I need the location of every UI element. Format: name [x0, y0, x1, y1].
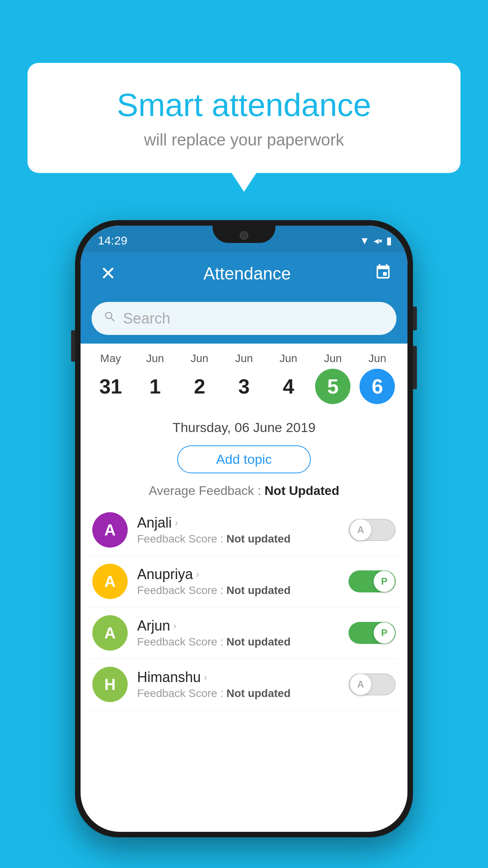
- notch: [213, 226, 275, 243]
- bubble-title: Smart attendance: [59, 86, 429, 123]
- calendar-day[interactable]: May31: [93, 352, 128, 404]
- status-icons: ▼ ◂▪ ▮: [360, 235, 392, 247]
- status-time: 14:29: [98, 234, 127, 247]
- toggle-knob: A: [350, 519, 371, 541]
- cal-day-number: 3: [226, 369, 262, 404]
- phone-screen: 14:29 ▼ ◂▪ ▮ ✕ Attendance: [81, 226, 407, 832]
- power-button: [413, 307, 417, 330]
- app-top-bar: ✕ Attendance: [81, 252, 407, 295]
- search-box[interactable]: Search: [92, 302, 396, 335]
- battery-icon: ▮: [386, 235, 392, 247]
- search-placeholder: Search: [123, 310, 170, 327]
- student-row[interactable]: AArjun ›Feedback Score : Not updatedP: [88, 607, 400, 659]
- calendar-day[interactable]: Jun3: [226, 352, 262, 404]
- feedback-score: Feedback Score : Not updated: [137, 584, 339, 597]
- avg-feedback-label: Average Feedback :: [149, 484, 261, 498]
- volume-button: [71, 330, 75, 362]
- close-button[interactable]: ✕: [96, 264, 120, 283]
- avatar: A: [92, 615, 128, 651]
- calendar-day[interactable]: Jun4: [271, 352, 306, 404]
- calendar-day[interactable]: Jun5: [315, 352, 350, 404]
- signal-icon: ◂▪: [374, 235, 382, 247]
- chevron-icon: ›: [173, 620, 176, 631]
- attendance-toggle[interactable]: P: [349, 570, 396, 592]
- bubble-subtitle: will replace your paperwork: [59, 131, 429, 149]
- feedback-score: Feedback Score : Not updated: [137, 687, 339, 700]
- cal-month-label: Jun: [324, 352, 342, 365]
- student-name: Anupriya ›: [137, 566, 339, 583]
- selected-date: Thursday, 06 June 2019: [81, 412, 407, 439]
- avatar: H: [92, 667, 128, 702]
- attendance-toggle[interactable]: P: [349, 622, 396, 644]
- app-title: Attendance: [204, 264, 291, 283]
- cal-month-label: Jun: [191, 352, 208, 365]
- student-info: Anupriya ›Feedback Score : Not updated: [137, 566, 339, 597]
- student-row[interactable]: HHimanshu ›Feedback Score : Not updatedA: [88, 659, 400, 710]
- cal-month-label: Jun: [369, 352, 386, 365]
- add-topic-button[interactable]: Add topic: [177, 445, 311, 473]
- volume-down-button: [413, 346, 417, 389]
- student-list: AAnjali ›Feedback Score : Not updatedAAA…: [81, 504, 407, 710]
- student-row[interactable]: AAnjali ›Feedback Score : Not updatedA: [88, 504, 400, 556]
- cal-month-label: May: [100, 352, 121, 365]
- student-name: Anjali ›: [137, 515, 339, 531]
- wifi-icon: ▼: [360, 235, 370, 247]
- student-row[interactable]: AAnupriya ›Feedback Score : Not updatedP: [88, 556, 400, 607]
- chevron-icon: ›: [204, 672, 207, 683]
- avg-feedback-value: Not Updated: [264, 484, 339, 498]
- phone-wrapper: 14:29 ▼ ◂▪ ▮ ✕ Attendance: [75, 220, 413, 837]
- calendar-day[interactable]: Jun6: [360, 352, 395, 404]
- avg-feedback: Average Feedback : Not Updated: [81, 480, 407, 504]
- attendance-toggle[interactable]: A: [349, 673, 396, 695]
- speech-bubble: Smart attendance will replace your paper…: [28, 63, 460, 173]
- calendar-day[interactable]: Jun2: [182, 352, 217, 404]
- calendar-day[interactable]: Jun1: [138, 352, 173, 404]
- calendar-strip: May31Jun1Jun2Jun3Jun4Jun5Jun6: [81, 344, 407, 408]
- cal-month-label: Jun: [235, 352, 253, 365]
- chevron-icon: ›: [196, 569, 199, 580]
- avatar: A: [92, 564, 128, 599]
- cal-day-number: 31: [93, 369, 128, 404]
- student-name: Himanshu ›: [137, 669, 339, 686]
- content-area: Thursday, 06 June 2019 Add topic Average…: [81, 408, 407, 714]
- student-info: Himanshu ›Feedback Score : Not updated: [137, 669, 339, 700]
- toggle-knob: P: [374, 622, 395, 644]
- chevron-icon: ›: [175, 517, 178, 528]
- camera: [240, 231, 248, 240]
- student-info: Anjali ›Feedback Score : Not updated: [137, 515, 339, 545]
- toggle-knob: P: [374, 571, 395, 592]
- cal-month-label: Jun: [280, 352, 297, 365]
- cal-month-label: Jun: [146, 352, 164, 365]
- phone-outer: 14:29 ▼ ◂▪ ▮ ✕ Attendance: [75, 220, 413, 837]
- avatar: A: [92, 512, 128, 548]
- feedback-score: Feedback Score : Not updated: [137, 636, 339, 648]
- cal-day-number: 6: [360, 369, 395, 404]
- student-name: Arjun ›: [137, 618, 339, 634]
- cal-day-number: 4: [271, 369, 306, 404]
- calendar-button[interactable]: [374, 263, 392, 284]
- search-icon: [103, 310, 117, 327]
- cal-day-number: 1: [138, 369, 173, 404]
- cal-day-number: 5: [315, 369, 350, 404]
- attendance-toggle[interactable]: A: [349, 519, 396, 541]
- feedback-score: Feedback Score : Not updated: [137, 533, 339, 545]
- cal-day-number: 2: [182, 369, 217, 404]
- student-info: Arjun ›Feedback Score : Not updated: [137, 618, 339, 648]
- search-container: Search: [81, 295, 407, 344]
- toggle-knob: A: [350, 674, 371, 695]
